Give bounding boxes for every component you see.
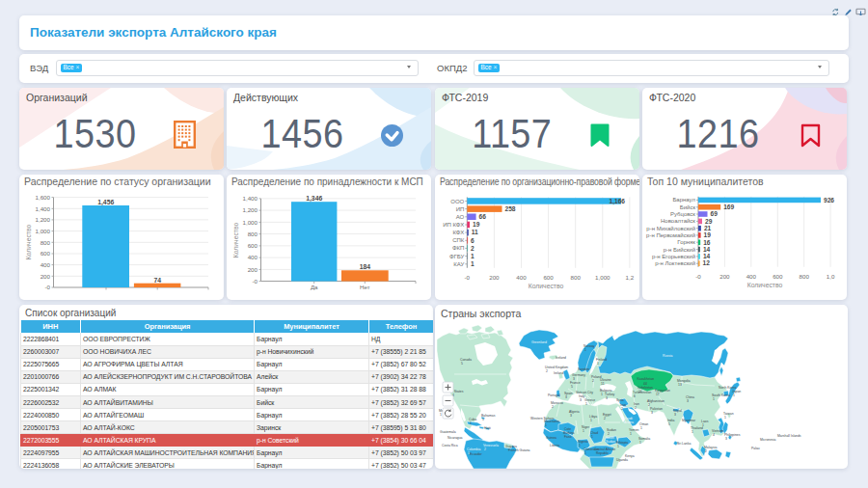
svg-text:Ecuador: Ecuador [470,452,482,456]
svg-text:258: 258 [505,205,516,212]
svg-text:Marshall Islands: Marshall Islands [777,434,801,438]
svg-text:Количество: Количество [232,223,239,258]
svg-text:926: 926 [824,197,834,203]
svg-text:1,2: 1,2 [626,274,635,281]
svg-text:1: 1 [713,397,715,401]
svg-text:Syria: Syria [616,398,624,402]
svg-text:Барнаул: Барнаул [672,197,695,203]
svg-text:Да: Да [311,284,318,290]
svg-text:1,400: 1,400 [243,195,258,202]
svg-text:2: 2 [621,407,623,411]
svg-text:600: 600 [41,250,51,257]
svg-text:ФКП: ФКП [452,245,464,251]
svg-text:400: 400 [516,274,527,281]
svg-text:13: 13 [678,383,682,387]
svg-text:Micronesia: Micronesia [760,438,776,442]
svg-text:4: 4 [713,433,715,437]
svg-text:44: 44 [643,382,647,386]
svg-text:1: 1 [585,402,587,406]
svg-text:Portugal: Portugal [548,393,560,397]
svg-text:1: 1 [630,432,632,436]
svg-text:Бийск: Бийск [680,204,696,210]
svg-text:19: 19 [704,231,712,238]
svg-text:р-н Локтевский: р-н Локтевский [655,260,695,266]
svg-text:Количество: Количество [529,283,564,289]
svg-text:Faso: Faso [564,435,572,439]
svg-text:1,0: 1,0 [827,273,835,280]
svg-text:Turkmenistan: Turkmenistan [633,391,651,394]
svg-text:Новоалтайск: Новоалтайск [661,218,695,224]
svg-text:800: 800 [41,239,51,246]
svg-text:5: 5 [668,422,670,426]
svg-text:1: 1 [692,430,693,434]
svg-text:Costa Rica: Costa Rica [442,444,458,447]
svg-text:1,200: 1,200 [36,216,51,223]
svg-text:600: 600 [773,273,783,280]
svg-text:1: 1 [471,260,475,267]
svg-text:1: 1 [482,418,484,421]
svg-text:800: 800 [571,274,582,281]
svg-text:КАУ: КАУ [453,261,464,267]
svg-text:69: 69 [711,210,719,217]
svg-text:800: 800 [248,230,258,237]
svg-text:200: 200 [719,273,730,280]
svg-text:1: 1 [545,423,547,427]
svg-text:1: 1 [579,444,581,447]
svg-text:French Guiana: French Guiana [508,448,530,452]
svg-text:2: 2 [546,369,548,373]
svg-text:66: 66 [479,213,487,220]
svg-text:3: 3 [687,399,689,403]
svg-text:1,456: 1,456 [97,199,114,206]
svg-text:2: 2 [471,245,475,252]
svg-text:2: 2 [635,406,637,410]
svg-text:Liberia: Liberia [550,444,559,447]
svg-text:ФГБУ: ФГБУ [449,254,465,259]
svg-text:ООО: ООО [450,199,464,204]
svg-text:1: 1 [601,393,603,396]
svg-text:21: 21 [704,225,712,231]
svg-text:1: 1 [584,451,586,455]
svg-text:600: 600 [248,242,258,249]
svg-text:200: 200 [248,266,258,273]
svg-text:1: 1 [590,419,592,422]
svg-text:1,166: 1,166 [609,198,625,205]
svg-text:6: 6 [471,237,475,244]
svg-text:1: 1 [640,426,642,430]
svg-text:2: 2 [592,379,594,383]
svg-text:Ireland: Ireland [554,371,563,375]
svg-text:3: 3 [725,437,727,441]
svg-text:24: 24 [638,390,642,393]
svg-text:3: 3 [580,398,582,402]
svg-text:29: 29 [705,218,713,225]
svg-text:Myanmar: Myanmar [682,419,696,422]
svg-text:400: 400 [746,273,757,280]
svg-text:2: 2 [705,449,707,453]
svg-text:1,200: 1,200 [243,206,258,213]
svg-text:5: 5 [571,385,573,389]
svg-text:3: 3 [674,413,676,417]
svg-text:СПК: СПК [452,237,465,243]
svg-text:АО: АО [456,214,465,220]
svg-text:800: 800 [800,273,810,280]
svg-text:-0: -0 [465,274,471,281]
svg-text:12: 12 [703,259,711,266]
svg-text:р-н Бийский: р-н Бийский [664,247,695,253]
svg-text:11: 11 [601,382,605,386]
svg-text:1,400: 1,400 [36,205,51,212]
svg-text:Sudan: Sudan [606,440,615,444]
svg-text:3: 3 [606,396,608,400]
svg-text:1: 1 [724,416,726,420]
svg-text:р-н Первомайский: р-н Первомайский [646,232,695,238]
svg-text:11: 11 [472,229,478,235]
svg-text:1,000: 1,000 [243,219,258,226]
svg-text:400: 400 [41,261,51,268]
svg-text:Горняк: Горняк [677,239,695,245]
svg-text:1: 1 [440,413,442,417]
svg-text:Kazakhstan: Kazakhstan [637,377,655,381]
svg-text:3: 3 [565,395,567,399]
svg-text:16: 16 [703,239,711,246]
svg-text:200: 200 [41,273,51,280]
svg-text:14: 14 [703,253,711,259]
svg-text:Palau: Palau [751,447,760,450]
svg-text:1: 1 [597,362,599,366]
